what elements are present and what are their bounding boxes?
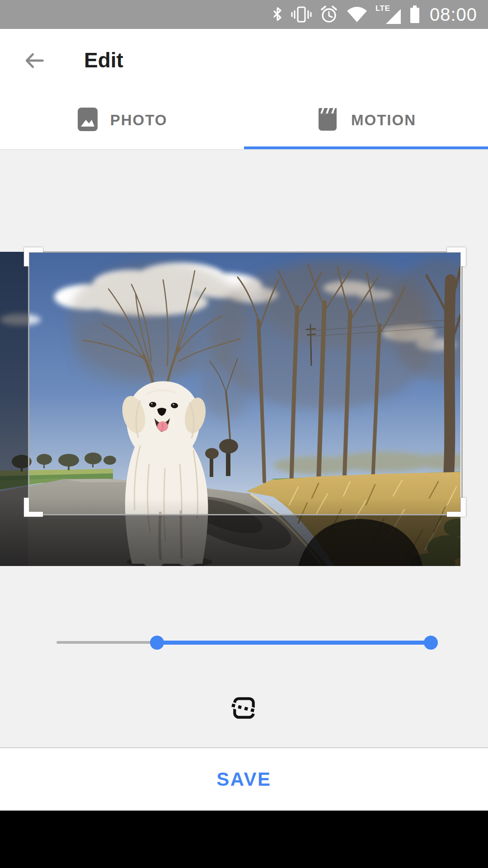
app-bar: Edit	[0, 29, 488, 94]
motion-edit-screen: LTE 08:00 Edit PHOTO MOTION	[0, 0, 488, 868]
tab-motion[interactable]: MOTION	[244, 94, 488, 146]
trim-start-thumb[interactable]	[150, 636, 164, 650]
photo-icon	[77, 107, 99, 134]
stabilize-icon	[231, 695, 257, 723]
cell-signal-icon: LTE	[375, 4, 402, 25]
tab-photo-label: PHOTO	[110, 112, 168, 129]
page-title: Edit	[84, 48, 123, 72]
back-button[interactable]	[22, 49, 47, 74]
save-button[interactable]: SAVE	[216, 769, 271, 790]
arrow-left-icon	[23, 49, 46, 74]
clock: 08:00	[430, 5, 477, 25]
alarm-icon	[319, 5, 338, 24]
trim-end-thumb[interactable]	[424, 636, 438, 650]
crop-handle-bottom-left[interactable]	[24, 498, 43, 517]
crop-handle-top-right[interactable]	[447, 247, 466, 266]
wifi-icon	[346, 5, 368, 24]
vibrate-icon	[291, 5, 312, 24]
battery-icon	[409, 5, 420, 24]
tab-motion-label: MOTION	[351, 112, 416, 129]
trim-slider-active-range[interactable]	[157, 641, 431, 645]
tab-photo[interactable]: PHOTO	[0, 94, 244, 146]
bluetooth-icon	[272, 5, 283, 24]
crop-handle-top-left[interactable]	[24, 247, 43, 266]
crop-dim-overlay-bottom	[28, 515, 460, 566]
crop-frame[interactable]	[28, 251, 463, 515]
stabilize-button[interactable]	[230, 694, 258, 723]
android-nav-bar	[0, 811, 488, 868]
crop-handle-bottom-right[interactable]	[447, 498, 466, 517]
save-bar: SAVE	[0, 748, 488, 811]
tab-bar: PHOTO MOTION	[0, 94, 488, 146]
movie-icon	[316, 107, 339, 134]
crop-dim-overlay-left	[0, 252, 28, 566]
status-bar: LTE 08:00	[0, 0, 488, 29]
